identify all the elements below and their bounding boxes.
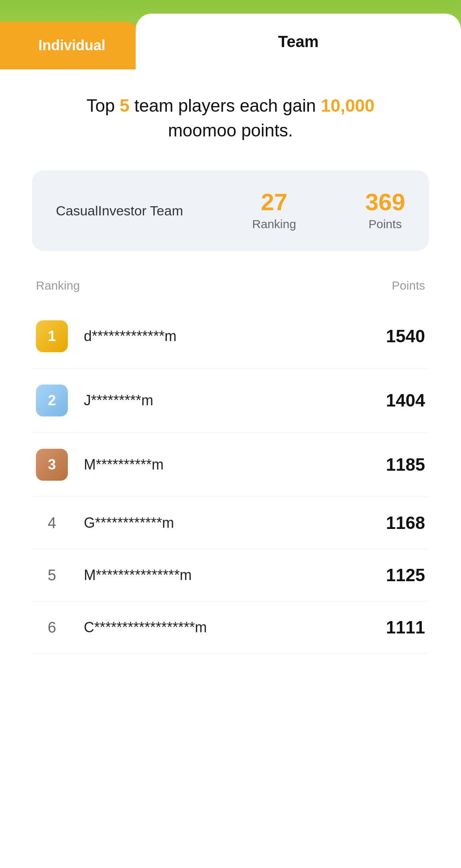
- tab-individual[interactable]: Individual: [0, 22, 144, 69]
- team-points-value: 369: [365, 190, 405, 214]
- table-row: 3 M**********m 1185: [32, 433, 429, 497]
- individual-tab-label: Individual: [38, 37, 105, 54]
- promo-text: Top 5 team players each gain 10,000 moom…: [32, 93, 429, 142]
- team-ranking-value: 27: [261, 190, 287, 214]
- table-row: 1 d*************m 1540: [32, 304, 429, 369]
- list-header: Ranking Points: [32, 279, 429, 292]
- list-header-ranking: Ranking: [36, 279, 80, 292]
- table-row: 4 G************m 1168: [32, 497, 429, 549]
- main-content: Top 5 team players each gain 10,000 moom…: [0, 69, 461, 868]
- player-points: 1168: [386, 513, 425, 533]
- rank-badge-bronze: 3: [36, 449, 68, 481]
- promo-prefix: Top: [87, 96, 120, 115]
- table-row: 5 M***************m 1125: [32, 549, 429, 602]
- team-ranking-stat: 27 Ranking: [252, 190, 296, 231]
- team-name: CasualInvestor Team: [56, 203, 183, 219]
- promo-suffix: moomoo points.: [168, 120, 293, 140]
- list-header-points: Points: [392, 279, 425, 292]
- top-bar: Individual Team: [0, 0, 461, 69]
- player-points: 1111: [386, 617, 425, 637]
- tab-team[interactable]: Team: [136, 14, 461, 69]
- player-name: C******************m: [84, 619, 386, 636]
- table-row: 2 J*********m 1404: [32, 369, 429, 433]
- player-name: M**********m: [84, 456, 386, 473]
- rank-number: 6: [36, 619, 68, 636]
- player-points: 1404: [386, 391, 425, 410]
- promo-highlight-points: 10,000: [321, 96, 375, 115]
- team-ranking-label: Ranking: [252, 217, 296, 231]
- team-points-label: Points: [368, 217, 402, 231]
- table-row: 6 C******************m 1111: [32, 602, 429, 654]
- player-points: 1540: [386, 326, 425, 346]
- rank-badge-gold: 1: [36, 320, 68, 352]
- player-name: J*********m: [84, 392, 386, 409]
- player-name: d*************m: [84, 328, 386, 345]
- rank-badge-silver: 2: [36, 385, 68, 416]
- rank-number: 5: [36, 567, 68, 584]
- player-name: G************m: [84, 515, 386, 531]
- player-points: 1185: [386, 455, 425, 475]
- team-tab-label: Team: [278, 33, 319, 51]
- player-name: M***************m: [84, 567, 386, 584]
- leaderboard-list: 1 d*************m 1540 2 J*********m 140…: [32, 304, 429, 654]
- promo-middle: team players each gain: [129, 96, 321, 115]
- rank-number: 4: [36, 515, 68, 532]
- team-points-stat: 369 Points: [365, 190, 405, 231]
- player-points: 1125: [386, 565, 425, 585]
- promo-highlight-5: 5: [120, 96, 129, 115]
- team-card: CasualInvestor Team 27 Ranking 369 Point…: [32, 170, 429, 251]
